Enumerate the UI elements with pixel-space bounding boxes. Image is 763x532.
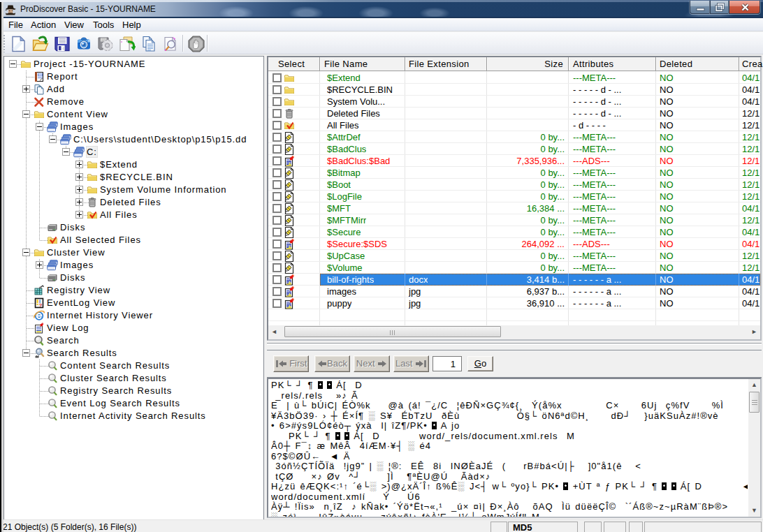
svg-text:?: ?	[39, 302, 43, 309]
